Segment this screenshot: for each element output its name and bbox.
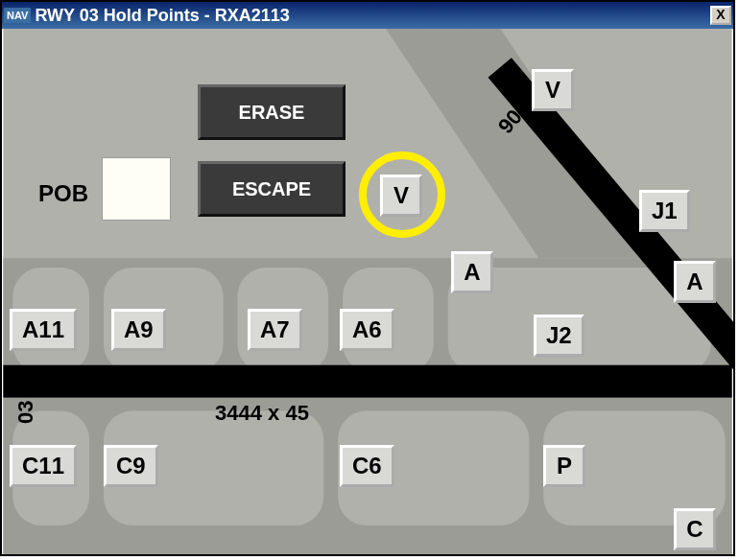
holdpoint-c11[interactable]: C11 <box>10 445 77 487</box>
holdpoint-v-mid[interactable]: V <box>380 175 422 217</box>
holdpoint-c[interactable]: C <box>674 508 716 550</box>
holdpoint-a-mid[interactable]: A <box>451 251 493 293</box>
holdpoint-a6[interactable]: A6 <box>340 309 394 351</box>
erase-button[interactable]: ERASE <box>198 84 346 140</box>
holdpoint-j1[interactable]: J1 <box>639 190 690 232</box>
window-title: RWY 03 Hold Points - RXA2113 <box>35 6 710 26</box>
escape-button[interactable]: ESCAPE <box>198 161 346 217</box>
nav-icon: NAV <box>4 8 31 23</box>
window-frame: NAV RWY 03 Hold Points - RXA2113 X <box>0 0 735 556</box>
runway-end-label: 03 <box>13 401 38 424</box>
titlebar: NAV RWY 03 Hold Points - RXA2113 X <box>2 2 733 29</box>
runway-dimensions: 3444 x 45 <box>215 401 309 426</box>
holdpoint-a7[interactable]: A7 <box>248 309 302 351</box>
holdpoint-a-right[interactable]: A <box>674 261 716 303</box>
holdpoint-j2[interactable]: J2 <box>534 315 584 357</box>
holdpoint-c9[interactable]: C9 <box>104 445 158 487</box>
content-area: 90 03 3444 x 45 POB ERASE ESCAPE V V J1 … <box>2 29 733 554</box>
holdpoint-c6[interactable]: C6 <box>340 445 394 487</box>
holdpoint-a11[interactable]: A11 <box>10 309 77 351</box>
holdpoint-v-top[interactable]: V <box>532 69 574 111</box>
holdpoint-p[interactable]: P <box>543 445 585 487</box>
svg-rect-10 <box>3 365 731 398</box>
pob-input[interactable] <box>102 157 171 221</box>
close-button[interactable]: X <box>710 6 731 25</box>
pob-label: POB <box>38 180 88 207</box>
holdpoint-a9[interactable]: A9 <box>111 309 166 351</box>
